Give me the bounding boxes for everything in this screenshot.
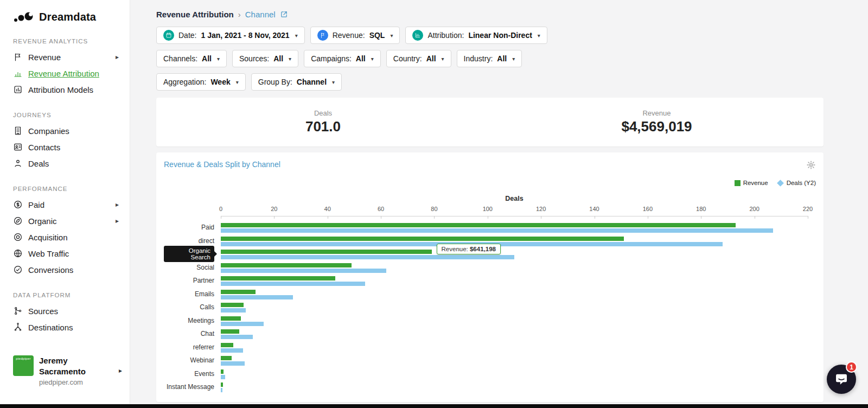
user-name: Jeremy Sacramento bbox=[39, 355, 98, 378]
legend-label: Deals (Y2) bbox=[787, 180, 816, 186]
filter-revenue[interactable]: Revenue:SQL▾ bbox=[310, 27, 400, 44]
revenue-bar[interactable] bbox=[221, 263, 352, 267]
filter-industry[interactable]: Industry:All▾ bbox=[457, 50, 522, 67]
chart-row-events: Events bbox=[164, 367, 816, 381]
category-label: Meetings bbox=[164, 317, 221, 324]
chevron-down-icon: ▾ bbox=[332, 79, 335, 85]
legend-item-deals[interactable]: Deals (Y2) bbox=[777, 180, 816, 186]
x-tick-label: 100 bbox=[483, 206, 493, 212]
sidebar-item-paid[interactable]: Paid▸ bbox=[13, 196, 120, 213]
deals-bar[interactable] bbox=[221, 282, 365, 286]
filter-label: Revenue: bbox=[333, 31, 365, 40]
x-tick-label: 60 bbox=[378, 206, 384, 212]
chart-card: Revenue & Deals Split by Channel Revenue… bbox=[156, 152, 824, 402]
revenue-bar[interactable] bbox=[221, 223, 736, 227]
deals-bar[interactable] bbox=[221, 308, 246, 313]
filter-date[interactable]: Date:1 Jan, 2021 - 8 Nov, 2021▾ bbox=[156, 27, 305, 44]
deals-bar[interactable] bbox=[221, 375, 225, 379]
deals-bar[interactable] bbox=[221, 269, 386, 273]
filter-value: Week bbox=[210, 78, 230, 86]
sidebar-section-title: DATA PLATFORM bbox=[13, 292, 120, 298]
x-tick-mark bbox=[328, 216, 328, 219]
revenue-bar[interactable] bbox=[221, 237, 624, 241]
x-tick-mark bbox=[755, 216, 755, 219]
category-bars bbox=[221, 314, 808, 328]
filter-group-by[interactable]: Group By:Channel▾ bbox=[251, 73, 342, 91]
revenue-summary: Revenue $4,569,019 bbox=[490, 109, 824, 135]
contacts-icon bbox=[13, 142, 23, 152]
deals-bar[interactable] bbox=[221, 255, 514, 259]
revenue-bar[interactable] bbox=[221, 316, 241, 321]
sidebar-item-label: Contacts bbox=[28, 143, 60, 152]
avatar: piedpiper bbox=[13, 355, 34, 376]
brand-logo[interactable]: Dreamdata bbox=[13, 10, 120, 24]
x-tick-mark bbox=[274, 216, 275, 219]
filter-channels[interactable]: Channels:All▾ bbox=[156, 50, 227, 67]
chevron-down-icon: ▾ bbox=[442, 56, 444, 62]
chat-launcher[interactable]: 1 bbox=[827, 365, 856, 394]
chevron-right-icon: ▸ bbox=[116, 53, 119, 61]
external-link-icon[interactable] bbox=[280, 10, 288, 18]
filter-value: All bbox=[273, 54, 283, 63]
deals-bar[interactable] bbox=[221, 348, 243, 353]
filter-value: All bbox=[356, 54, 366, 63]
deals-bar[interactable] bbox=[221, 361, 245, 366]
sidebar-item-conversions[interactable]: Conversions bbox=[13, 262, 120, 278]
x-tick-label: 140 bbox=[589, 206, 599, 212]
filter-aggregation[interactable]: Aggregation:Week▾ bbox=[156, 73, 246, 91]
deals-bar[interactable] bbox=[221, 228, 773, 233]
summary-card: Deals 701.0 Revenue $4,569,019 bbox=[156, 98, 824, 146]
deals-bar[interactable] bbox=[221, 322, 264, 326]
deals-bar[interactable] bbox=[221, 295, 293, 299]
sidebar-item-web-traffic[interactable]: Web Traffic bbox=[13, 245, 120, 262]
category-bars bbox=[221, 261, 808, 275]
paid-icon bbox=[13, 200, 23, 209]
chart-title[interactable]: Revenue & Deals Split by Channel bbox=[164, 160, 280, 169]
sidebar-item-revenue[interactable]: Revenue▸ bbox=[13, 49, 120, 65]
revenue-label: Revenue bbox=[490, 109, 824, 117]
legend-item-revenue[interactable]: Revenue bbox=[735, 180, 768, 186]
filter-attribution[interactable]: Attribution:Linear Non-Direct▾ bbox=[405, 27, 547, 44]
sidebar-item-companies[interactable]: Companies bbox=[13, 123, 120, 139]
revenue-bar[interactable] bbox=[221, 329, 239, 334]
category-label: Emails bbox=[164, 290, 221, 298]
sidebar-item-deals[interactable]: Deals bbox=[13, 155, 120, 171]
deals-bar[interactable] bbox=[221, 388, 222, 392]
revenue-bar[interactable] bbox=[221, 250, 432, 254]
revenue-bar[interactable] bbox=[221, 276, 335, 280]
filter-campaigns[interactable]: Campaigns:All▾ bbox=[304, 50, 381, 67]
web-traffic-icon bbox=[13, 248, 23, 258]
sidebar-item-destinations[interactable]: Destinations bbox=[13, 319, 120, 335]
deals-bar[interactable] bbox=[221, 335, 253, 339]
filter-sources[interactable]: Sources:All▾ bbox=[232, 50, 298, 67]
x-axis-title: Deals bbox=[221, 195, 808, 202]
filter-label: Channels: bbox=[163, 54, 197, 63]
category-bars bbox=[221, 234, 808, 248]
sidebar-item-attribution-models[interactable]: Attribution Models bbox=[13, 81, 120, 98]
sidebar-item-acquisition[interactable]: Acquisition bbox=[13, 229, 120, 245]
revenue-bar[interactable] bbox=[221, 290, 256, 294]
sidebar-item-revenue-attribution[interactable]: Revenue Attribution bbox=[13, 65, 120, 81]
category-label: Paid bbox=[164, 224, 221, 231]
sidebar-item-sources[interactable]: Sources bbox=[13, 303, 120, 319]
chat-bubble-icon bbox=[834, 372, 848, 386]
category-label: referrer bbox=[164, 343, 221, 351]
breadcrumb-parent[interactable]: Revenue Attribution bbox=[156, 10, 234, 19]
revenue-bar[interactable] bbox=[221, 356, 232, 360]
chart-row-meetings: Meetings bbox=[164, 314, 816, 328]
attribution-models-icon bbox=[13, 85, 23, 94]
user-card[interactable]: piedpiper Jeremy Sacramento piedpiper.co… bbox=[13, 355, 122, 387]
revenue-bar[interactable] bbox=[221, 343, 233, 347]
sidebar-item-organic[interactable]: Organic▸ bbox=[13, 213, 120, 229]
gear-icon[interactable] bbox=[806, 160, 816, 170]
revenue-bar[interactable] bbox=[221, 303, 244, 307]
sidebar-nav: REVENUE ANALYTICSRevenue▸Revenue Attribu… bbox=[13, 38, 120, 335]
x-tick-mark bbox=[434, 216, 435, 219]
sidebar-item-label: Revenue Attribution bbox=[28, 69, 99, 78]
filter-country[interactable]: Country:All▾ bbox=[386, 50, 451, 67]
chevron-down-icon: ▾ bbox=[371, 56, 374, 62]
filter-label: Attribution: bbox=[427, 31, 464, 40]
revenue-bar[interactable] bbox=[221, 382, 223, 387]
revenue-bar[interactable] bbox=[221, 369, 224, 374]
sidebar-item-contacts[interactable]: Contacts bbox=[13, 139, 120, 155]
